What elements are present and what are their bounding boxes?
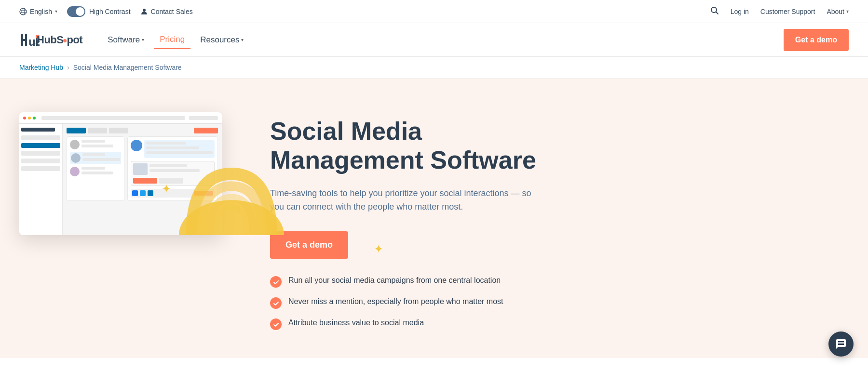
svg-rect-9 <box>25 34 27 46</box>
nav-item-software[interactable]: Software ▾ <box>102 31 150 49</box>
nav-item-resources[interactable]: Resources ▾ <box>194 31 249 49</box>
language-selector[interactable]: English ▾ <box>19 8 57 15</box>
top-bar-right: Log in Customer Support About ▾ <box>710 6 849 17</box>
high-contrast-toggle[interactable]: High Contrast <box>67 6 131 17</box>
nav-left: ub S HubSpot Software ▾ Pricing Resource… <box>19 30 249 50</box>
svg-point-0 <box>20 8 27 15</box>
breadcrumb: Marketing Hub › Social Media Management … <box>0 57 868 79</box>
about-chevron: ▾ <box>846 9 849 14</box>
feature-item-3: Attribute business value to social media <box>270 318 540 330</box>
high-contrast-label: High Contrast <box>89 8 131 15</box>
hero-content: Social Media Management Software Time-sa… <box>270 107 540 330</box>
nav-item-pricing[interactable]: Pricing <box>154 31 190 49</box>
feature-list: Run all your social media campaigns from… <box>270 276 540 330</box>
svg-point-4 <box>143 9 146 12</box>
hubspot-logo[interactable]: ub S HubSpot <box>19 30 82 50</box>
login-link[interactable]: Log in <box>731 8 749 15</box>
get-demo-button-nav[interactable]: Get a demo <box>784 29 849 51</box>
chat-icon <box>835 338 847 350</box>
breadcrumb-parent-link[interactable]: Marketing Hub <box>19 64 63 71</box>
language-label: English <box>30 8 52 15</box>
check-icon-1 <box>270 276 282 288</box>
feature-item-2: Never miss a mention, especially from pe… <box>270 297 540 309</box>
search-icon <box>710 6 719 15</box>
chat-widget[interactable] <box>828 331 854 357</box>
contact-sales-link[interactable]: Contact Sales <box>140 8 193 15</box>
contact-sales-label: Contact Sales <box>151 8 193 15</box>
about-label: About <box>827 8 844 15</box>
check-icon-3 <box>270 318 282 330</box>
main-nav: ub S HubSpot Software ▾ Pricing Resource… <box>0 23 868 57</box>
check-icon-2 <box>270 297 282 309</box>
globe-icon <box>19 8 27 15</box>
toggle-knob <box>76 7 84 16</box>
arch-decoration <box>159 139 304 235</box>
feature-item-1: Run all your social media campaigns from… <box>270 276 540 288</box>
resources-chevron: ▾ <box>241 37 244 42</box>
sparkle-decoration-2: ✦ <box>374 242 383 256</box>
about-menu[interactable]: About ▾ <box>827 8 849 15</box>
customer-support-link[interactable]: Customer Support <box>760 8 815 15</box>
svg-point-1 <box>22 8 25 15</box>
hero-image-container: ✦ ✦ <box>19 107 241 235</box>
toggle-switch[interactable] <box>67 6 85 17</box>
language-chevron: ▾ <box>55 9 57 14</box>
breadcrumb-current: Social Media Management Software <box>73 64 182 71</box>
nav-links: Software ▾ Pricing Resources ▾ <box>102 31 249 49</box>
get-demo-button-hero[interactable]: Get a demo <box>270 231 348 259</box>
top-bar-left: English ▾ High Contrast Contact Sales <box>19 6 193 17</box>
search-button[interactable] <box>710 6 719 17</box>
hero-title: Social Media Management Software <box>270 117 540 175</box>
breadcrumb-separator: › <box>67 64 69 71</box>
hero-subtitle: Time-saving tools to help you prioritize… <box>270 186 540 214</box>
person-icon <box>140 8 148 15</box>
top-bar: English ▾ High Contrast Contact Sales <box>0 0 868 23</box>
software-chevron: ▾ <box>142 37 144 42</box>
hero-section: ✦ ✦ Social Media Management Software Tim… <box>0 79 868 358</box>
svg-line-6 <box>716 12 718 14</box>
